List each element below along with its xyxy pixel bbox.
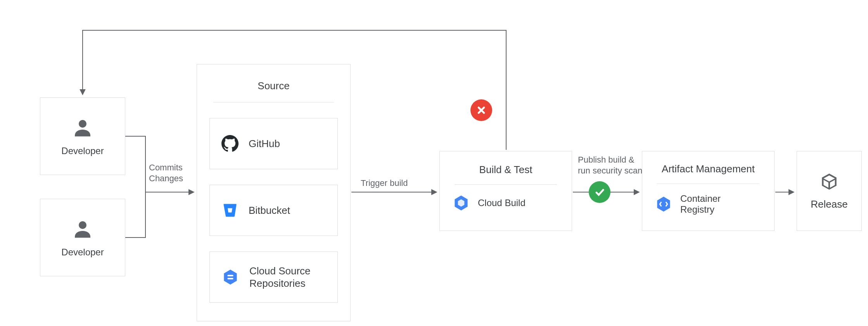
svg-rect-3 (227, 278, 233, 279)
cloud-source-repositories-icon (221, 268, 239, 286)
build-test-product: Cloud Build (478, 198, 526, 208)
edge-label-publish: Publish build & run security scan (578, 154, 642, 176)
source-title: Source (209, 80, 338, 92)
svg-point-0 (79, 120, 86, 128)
source-csr-card: Cloud Source Repositories (209, 251, 338, 303)
artifact-management-panel: Artifact Management Container Registry (642, 151, 775, 231)
svg-rect-2 (227, 275, 233, 276)
release-box: Release (797, 151, 862, 231)
source-item-label: Cloud Source Repositories (249, 265, 311, 290)
artifact-title: Artifact Management (655, 163, 762, 175)
release-label: Release (811, 198, 847, 210)
build-test-panel: Build & Test Cloud Build (439, 151, 572, 231)
fail-badge (470, 99, 492, 121)
edge-label-commits: Commits Changes (149, 162, 183, 184)
package-icon (820, 172, 839, 191)
svg-point-1 (79, 221, 86, 229)
developer-box: Developer (40, 97, 125, 175)
build-test-title: Build & Test (452, 164, 559, 176)
source-item-label: Bitbucket (249, 204, 290, 217)
developer-box: Developer (40, 199, 125, 276)
user-icon (71, 217, 94, 241)
developer-label: Developer (61, 247, 104, 258)
divider (657, 184, 759, 184)
container-registry-icon (655, 195, 673, 213)
artifact-product: Container Registry (680, 193, 721, 215)
source-item-label: GitHub (249, 137, 280, 150)
divider (213, 102, 334, 102)
user-icon (71, 116, 94, 139)
pass-badge (589, 181, 610, 203)
developer-label: Developer (61, 146, 104, 156)
source-github-card: GitHub (209, 118, 338, 169)
bitbucket-icon (221, 202, 239, 219)
divider (455, 184, 557, 185)
edge-label-trigger: Trigger build (361, 178, 408, 189)
cloud-build-icon (452, 194, 470, 212)
close-icon (476, 105, 487, 116)
source-bitbucket-card: Bitbucket (209, 185, 338, 236)
github-icon (221, 135, 239, 152)
check-icon (594, 187, 605, 198)
source-panel: Source GitHub Bitbucket Cloud Source Rep… (197, 64, 351, 321)
